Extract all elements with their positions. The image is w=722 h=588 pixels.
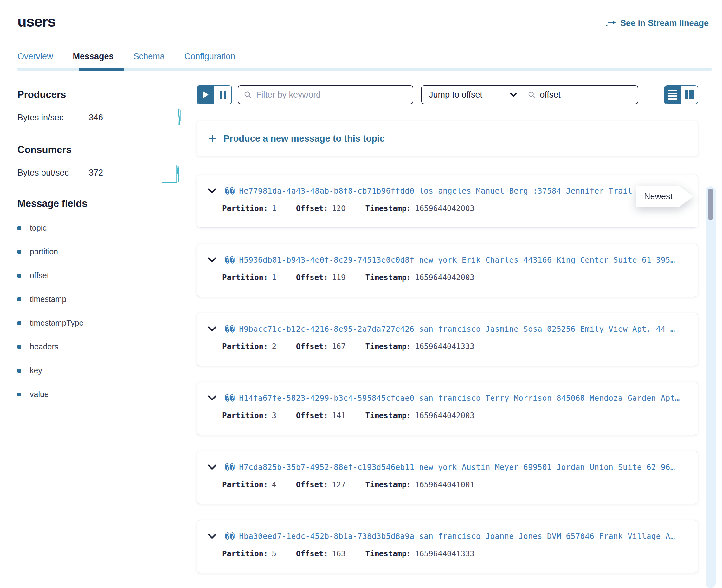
play-button[interactable] (197, 86, 214, 104)
stream-lineage-link[interactable]: See in Stream lineage (606, 18, 709, 28)
tab-messages[interactable]: Messages (73, 51, 114, 68)
field-bullet-icon (17, 369, 21, 373)
plus-icon (208, 134, 217, 143)
message-row[interactable]: �� He77981da-4a43-48ab-b8f8-cb71b96ffdd0… (197, 174, 698, 228)
expand-chevron-icon[interactable] (208, 533, 216, 539)
keyword-filter-input[interactable] (256, 90, 407, 100)
expand-chevron-icon[interactable] (208, 188, 216, 194)
expand-chevron-icon[interactable] (208, 395, 216, 401)
tab-schema[interactable]: Schema (133, 51, 165, 68)
field-item-partition[interactable]: partition (17, 247, 197, 256)
bytes-in-value: 346 (89, 113, 103, 123)
expand-chevron-icon[interactable] (208, 257, 216, 263)
timestamp-label: Timestamp: (365, 273, 411, 282)
messages-scrollbar-track[interactable] (705, 186, 716, 588)
offset-label: Offset: (296, 549, 328, 558)
jump-to-offset-value: Jump to offset (422, 90, 504, 100)
partition-value: 4 (272, 480, 276, 489)
offset-value: 127 (332, 480, 346, 489)
pause-button[interactable] (214, 86, 231, 104)
key-bytes-icon: �� (225, 255, 234, 265)
field-bullet-icon (17, 345, 21, 349)
field-item-value[interactable]: value (17, 390, 197, 399)
message-row[interactable]: �� H14fa67fe-5823-4299-b3c4-595845cfcae0… (197, 382, 698, 435)
message-fields-list: topic partition offset timestamp timesta… (17, 223, 197, 399)
offset-search-input[interactable] (540, 90, 632, 100)
messages-scrollbar-thumb[interactable] (708, 189, 714, 220)
tab-configuration[interactable]: Configuration (184, 51, 235, 68)
page-header: users See in Stream lineage (17, 13, 722, 30)
message-key-value: H5936db81-b943-4e0f-8c29-74513e0c0d8f ne… (239, 256, 675, 265)
bytes-out-sparkline (162, 160, 184, 185)
field-bullet-icon (17, 393, 21, 396)
offset-value: 167 (332, 342, 346, 351)
key-bytes-icon: �� (225, 186, 234, 196)
expand-chevron-icon[interactable] (208, 464, 216, 470)
metrics-sidebar: Producers Bytes in/sec 346 Consumers Byt… (17, 85, 197, 588)
field-bullet-icon (17, 321, 21, 325)
bytes-out-stat: Bytes out/sec 372 (17, 166, 197, 179)
tab-overview[interactable]: Overview (17, 51, 53, 68)
active-tab-indicator (79, 68, 124, 71)
view-toggle-group (664, 85, 698, 104)
bytes-out-label: Bytes out/sec (17, 168, 89, 178)
partition-value: 5 (272, 549, 276, 558)
timestamp-value: 1659644042003 (415, 273, 474, 282)
offset-value: 141 (332, 411, 346, 420)
topic-page: users See in Stream lineage Overview Mes… (0, 0, 722, 588)
consumers-heading: Consumers (17, 144, 197, 155)
field-bullet-icon (17, 274, 21, 277)
timestamp-value: 1659644042003 (415, 411, 474, 420)
timestamp-label: Timestamp: (365, 549, 411, 558)
pause-icon (220, 91, 222, 99)
message-row[interactable]: �� H9bacc71c-b12c-4216-8e95-2a7da727e426… (197, 313, 698, 366)
field-item-timestampType[interactable]: timestampType (17, 318, 197, 328)
message-key-value: H7cda825b-35b7-4952-88ef-c193d546eb11 ne… (239, 463, 675, 472)
field-item-headers[interactable]: headers (17, 342, 197, 351)
message-fields-heading: Message fields (17, 198, 197, 209)
column-view-button[interactable] (681, 86, 698, 104)
partition-label: Partition: (222, 342, 268, 351)
bytes-in-stat: Bytes in/sec 346 (17, 111, 197, 124)
offset-label: Offset: (296, 273, 328, 282)
play-pause-group (197, 85, 232, 104)
produce-message-button[interactable]: Produce a new message to this topic (197, 121, 698, 156)
message-row[interactable]: �� Hba30eed7-1edc-452b-8b1a-738d3b5d8a9a… (197, 520, 698, 573)
timestamp-value: 1659644042003 (415, 204, 474, 213)
keyword-filter-field (238, 85, 413, 104)
field-item-key[interactable]: key (17, 366, 197, 375)
message-row[interactable]: �� H7cda825b-35b7-4952-88ef-c193d546eb11… (197, 451, 698, 504)
produce-message-label: Produce a new message to this topic (224, 133, 385, 144)
partition-value: 3 (272, 411, 276, 420)
stream-lineage-icon (606, 19, 616, 27)
timestamp-label: Timestamp: (365, 480, 411, 489)
bytes-out-value: 372 (89, 168, 103, 178)
field-bullet-icon (17, 250, 21, 254)
timestamp-label: Timestamp: (365, 204, 411, 213)
expand-chevron-icon[interactable] (208, 326, 216, 332)
bytes-in-sparkline (173, 107, 185, 127)
key-bytes-icon: �� (225, 532, 234, 541)
message-key-value: He77981da-4a43-48ab-b8f8-cb71b96ffdd0 lo… (239, 187, 642, 195)
timestamp-label: Timestamp: (365, 342, 411, 351)
message-key-value: Hba30eed7-1edc-452b-8b1a-738d3b5d8a9a sa… (239, 532, 675, 541)
field-item-topic[interactable]: topic (17, 223, 197, 233)
message-key-value: H9bacc71c-b12c-4216-8e95-2a7da727e426 sa… (239, 325, 675, 334)
message-row[interactable]: �� H5936db81-b943-4e0f-8c29-74513e0c0d8f… (197, 244, 698, 297)
list-view-button[interactable] (665, 86, 681, 104)
partition-label: Partition: (222, 204, 268, 213)
message-key-value: H14fa67fe-5823-4299-b3c4-595845cfcae0 sa… (239, 394, 680, 403)
field-item-timestamp[interactable]: timestamp (17, 295, 197, 304)
offset-label: Offset: (296, 342, 328, 351)
field-item-offset[interactable]: offset (17, 271, 197, 280)
partition-value: 1 (272, 273, 276, 282)
messages-panel: Jump to offset (197, 85, 722, 588)
partition-label: Partition: (222, 549, 268, 558)
partition-label: Partition: (222, 480, 268, 489)
partition-label: Partition: (222, 273, 268, 282)
timestamp-label: Timestamp: (365, 411, 411, 420)
chevron-down-icon (504, 86, 522, 104)
tab-underline (17, 68, 711, 71)
offset-label: Offset: (296, 204, 328, 213)
jump-to-offset-select[interactable]: Jump to offset (421, 85, 522, 104)
